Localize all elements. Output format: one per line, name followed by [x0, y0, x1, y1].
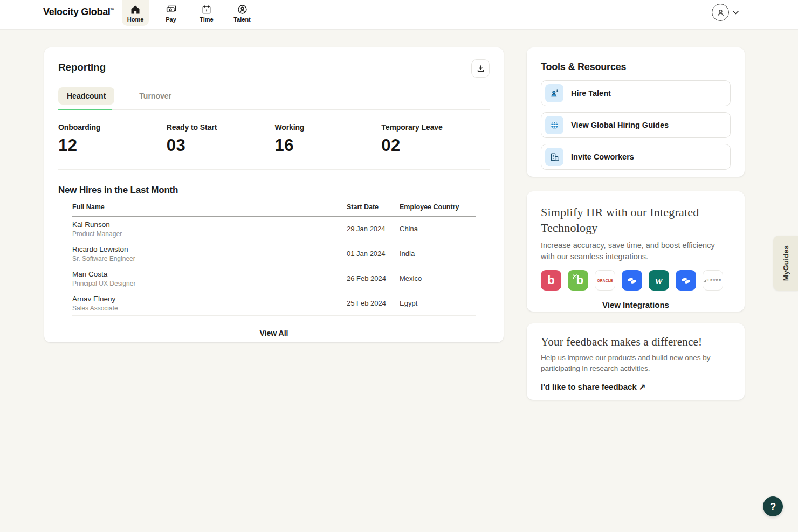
start-date: 26 Feb 2024 — [347, 274, 400, 282]
start-date: 29 Jan 2024 — [347, 225, 400, 233]
tools-resources-title: Tools & Resources — [541, 61, 731, 73]
share-feedback-link[interactable]: I'd like to share feedback ↗ — [541, 382, 646, 393]
workato-logo-2 — [676, 270, 696, 291]
nav-item-pay[interactable]: Pay — [157, 0, 184, 26]
help-button[interactable]: ? — [763, 496, 783, 516]
person-add-icon — [545, 84, 563, 102]
employee-name: Arnav Elneny — [72, 295, 347, 303]
table-row[interactable]: Ricardo Lewiston Sr. Software Engineer 0… — [72, 241, 476, 266]
view-all-link[interactable]: View All — [58, 329, 490, 337]
employee-country: Egypt — [400, 299, 476, 307]
table-row[interactable]: Kai Runson Product Manager 29 Jan 2024 C… — [72, 217, 476, 241]
stat-label: Ready to Start — [167, 123, 275, 132]
reporting-card: Reporting Headcount Turnover Onboarding … — [44, 47, 504, 342]
employee-name: Kai Runson — [72, 220, 347, 229]
integrations-body: Increase accuracy, save time, and boost … — [541, 240, 731, 262]
top-nav: Velocity Global™ Home Pay Time — [0, 0, 798, 30]
stat-temporary-leave: Temporary Leave 02 — [381, 123, 490, 155]
lever-logo: LEVER — [703, 270, 723, 291]
feedback-body: Help us improve our products and build n… — [541, 353, 731, 375]
headcount-stats: Onboarding 12 Ready to Start 03 Working … — [58, 123, 490, 170]
talent-icon — [237, 4, 248, 15]
table-row[interactable]: Mari Costa Principal UX Designer 26 Feb … — [72, 266, 476, 291]
employee-name: Mari Costa — [72, 270, 347, 278]
hibob-glyph: b — [547, 274, 554, 286]
stat-ready-to-start: Ready to Start 03 — [167, 123, 275, 155]
stat-onboarding: Onboarding 12 — [58, 123, 167, 155]
tab-turnover[interactable]: Turnover — [130, 87, 180, 105]
invite-coworkers-button[interactable]: Invite Coworkers — [541, 144, 731, 170]
reporting-tabs: Headcount Turnover — [58, 87, 490, 110]
active-tab-indicator — [58, 109, 112, 110]
column-start-date: Start Date — [347, 203, 400, 211]
employee-country: China — [400, 225, 476, 233]
download-report-button[interactable] — [471, 59, 490, 78]
stat-value: 02 — [381, 136, 490, 155]
nav-label-pay: Pay — [166, 16, 176, 23]
brand-logo[interactable]: Velocity Global™ — [43, 6, 114, 18]
lever-mark-icon — [704, 279, 707, 282]
table-row[interactable]: Arnav Elneny Sales Associate 25 Feb 2024… — [72, 291, 476, 316]
integrations-title: Simplify HR with our Integrated Technolo… — [541, 204, 731, 236]
nav-label-home: Home — [127, 16, 144, 23]
new-hires-table: Full Name Start Date Employee Country Ka… — [72, 203, 476, 316]
globe-icon — [545, 116, 563, 134]
feedback-title: Your feedback makes a difference! — [541, 335, 731, 349]
new-hires-title: New Hires in the Last Month — [58, 185, 490, 196]
hire-talent-label: Hire Talent — [571, 89, 611, 98]
start-date: 01 Jan 2024 — [347, 250, 400, 258]
pay-icon — [166, 4, 177, 15]
view-integrations-link[interactable]: View Integrations — [541, 300, 731, 309]
question-mark-icon: ? — [770, 501, 776, 513]
stat-value: 03 — [167, 136, 275, 155]
bamboohr-glyph: b — [576, 274, 583, 286]
employee-role: Principal UX Designer — [72, 280, 347, 287]
employee-role: Product Manager — [72, 230, 347, 238]
integrations-card: Simplify HR with our Integrated Technolo… — [527, 191, 745, 312]
home-icon — [130, 4, 141, 15]
stat-value: 16 — [274, 136, 381, 155]
download-icon — [476, 64, 485, 73]
calendar-icon — [201, 4, 212, 15]
stat-label: Working — [274, 123, 381, 132]
start-date: 25 Feb 2024 — [347, 299, 400, 307]
myguides-tab[interactable]: MyGuides — [773, 236, 798, 291]
hire-talent-button[interactable]: Hire Talent — [541, 80, 731, 106]
oracle-glyph: ORACLE — [597, 279, 613, 282]
building-icon — [545, 148, 563, 166]
nav-item-home[interactable]: Home — [122, 0, 149, 26]
view-global-hiring-guides-button[interactable]: View Global Hiring Guides — [541, 112, 731, 138]
account-menu[interactable] — [712, 4, 739, 21]
nav-item-time[interactable]: Time — [193, 0, 220, 26]
avatar — [712, 4, 729, 21]
employee-role: Sr. Software Engineer — [72, 255, 347, 262]
tools-resources-card: Tools & Resources Hire Talent View Globa… — [527, 47, 745, 177]
employee-name: Ricardo Lewiston — [72, 245, 347, 253]
hibob-logo: b — [541, 270, 561, 291]
stat-label: Onboarding — [58, 123, 167, 132]
bamboohr-logo: b — [568, 270, 588, 291]
workato-glyph — [627, 276, 637, 285]
reporting-title: Reporting — [58, 61, 106, 73]
nav-item-talent[interactable]: Talent — [229, 0, 256, 26]
brand-trademark: ™ — [111, 8, 115, 12]
column-employee-country: Employee Country — [400, 203, 476, 211]
workable-glyph: w — [655, 275, 662, 286]
column-full-name: Full Name — [72, 203, 347, 211]
chevron-down-icon — [733, 11, 739, 15]
employee-country: India — [400, 250, 476, 258]
nav-label-talent: Talent — [233, 16, 251, 23]
employee-role: Sales Associate — [72, 305, 347, 312]
employee-country: Mexico — [400, 274, 476, 282]
myguides-label: MyGuides — [782, 245, 790, 281]
view-global-hiring-guides-label: View Global Hiring Guides — [571, 121, 669, 129]
brand-name: Velocity Global — [43, 6, 111, 17]
integration-logos: b b ORACLE w LEVER — [541, 270, 731, 291]
lever-glyph: LEVER — [707, 279, 721, 282]
tab-headcount[interactable]: Headcount — [58, 87, 114, 105]
stat-value: 12 — [58, 136, 167, 155]
oracle-logo: ORACLE — [595, 270, 615, 291]
workable-logo: w — [649, 270, 669, 291]
stat-label: Temporary Leave — [381, 123, 490, 132]
primary-nav: Home Pay Time Talent — [122, 0, 256, 26]
